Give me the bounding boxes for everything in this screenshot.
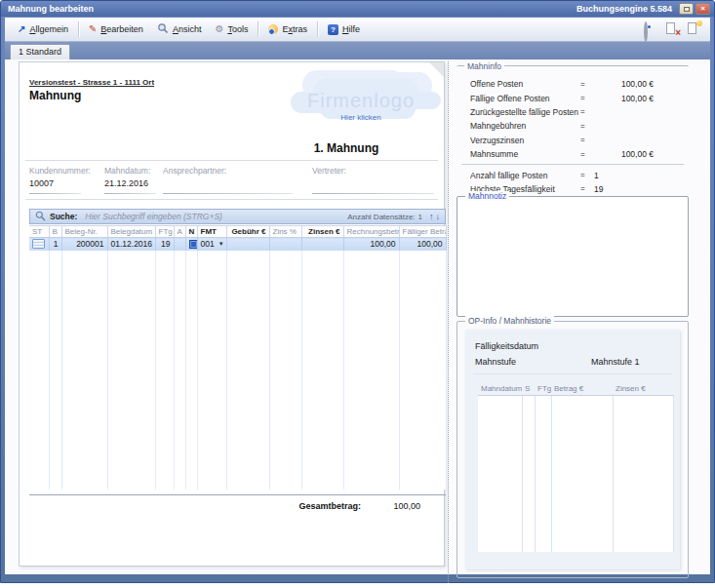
menu-bearbeiten[interactable]: ✎ Bearbeiten bbox=[82, 20, 150, 39]
ansprechpartner-label: Ansprechpartner: bbox=[163, 166, 226, 176]
field-underline bbox=[312, 193, 434, 194]
n-checkbox[interactable] bbox=[189, 240, 198, 249]
record-detail-icon[interactable] bbox=[32, 239, 45, 249]
content-area: Versionstest - Strasse 1 - 1111 Ort Mahn… bbox=[5, 59, 710, 574]
kundennummer-value[interactable]: 10007 bbox=[29, 178, 54, 188]
col-belegdatum[interactable]: Belegdatum bbox=[107, 226, 155, 238]
menu-separator bbox=[317, 21, 318, 37]
delete-record-icon[interactable]: × bbox=[665, 22, 679, 36]
chevron-down-icon[interactable]: ▼ bbox=[218, 241, 224, 247]
app-version-label: Buchungsengine 5.584 bbox=[576, 4, 672, 14]
col-gebuehr[interactable]: Gebühr € bbox=[226, 226, 269, 238]
col-rechnungsbetrag[interactable]: Rechnungsbetrag € bbox=[343, 226, 399, 238]
col-ftg2[interactable]: FTg bbox=[535, 382, 551, 396]
fmt-cell[interactable]: 001▼ bbox=[197, 238, 226, 251]
verzugszinsen-label: Verzugszinsen bbox=[470, 136, 580, 145]
customer-address-link[interactable]: Versionstest - Strasse 1 - 1111 Ort bbox=[29, 78, 154, 87]
menu-separator bbox=[258, 21, 258, 37]
equals-sign: = bbox=[580, 94, 592, 102]
equals-sign: = bbox=[580, 150, 592, 159]
mahninfo-groupbox: Mahninfo Offene Posten = 100,00 € Fällig… bbox=[457, 65, 689, 193]
restore-icon bbox=[684, 7, 690, 12]
col-betrag[interactable]: Betrag € bbox=[551, 382, 613, 396]
search-label: Suche: bbox=[50, 212, 77, 221]
logo-click-hint[interactable]: Hier klicken bbox=[278, 113, 444, 122]
col-b[interactable]: B bbox=[49, 226, 61, 238]
menu-ansicht[interactable]: Ansicht bbox=[150, 20, 209, 39]
opinfo-groupbox: OP-Info / Mahnhistorie Fälligkeitsdatum … bbox=[457, 321, 689, 578]
col-zinsen2[interactable]: Zinsen € bbox=[613, 382, 673, 396]
mahninfo-title: Mahninfo bbox=[464, 61, 504, 71]
menu-hilfe[interactable]: ? Hilfe bbox=[321, 20, 367, 39]
tab-standard[interactable]: 1 Standard bbox=[10, 44, 70, 59]
mahninfo-stat-row: Anzahl fällige Posten = 1 bbox=[457, 168, 689, 181]
history-icon[interactable] bbox=[644, 22, 657, 36]
arrow-down-icon[interactable]: ↓ bbox=[436, 212, 441, 221]
menu-extras[interactable]: Extras bbox=[261, 20, 314, 39]
opinfo-panel: Fälligkeitsdatum Mahnstufe Mahnstufe 1 M… bbox=[465, 330, 680, 569]
menu-bearbeiten-label: Bearbeiten bbox=[100, 24, 143, 34]
table-empty-area bbox=[29, 251, 446, 490]
table-row[interactable]: 1 200001 01.12.2016 19 001▼ 100,00 100,0… bbox=[29, 238, 446, 251]
open-items-table: ST B Beleg-Nr. Belegdatum FTg A N FMT Ge… bbox=[29, 225, 446, 490]
col-a[interactable]: A bbox=[174, 226, 185, 238]
menu-allgemein[interactable]: ↗ Allgemein bbox=[11, 20, 75, 39]
mahnstufe-value: Mahnstufe 1 bbox=[591, 357, 640, 367]
hoechste-tagesfaelligkeit-value: 19 bbox=[592, 184, 675, 194]
col-s[interactable]: S bbox=[522, 382, 535, 396]
mahndatum-label: Mahndatum: bbox=[104, 166, 150, 176]
search-input[interactable]: Hier Suchbegriff eingeben (STRG+S) bbox=[85, 212, 347, 221]
mahnsumme-label: Mahnsumme bbox=[470, 149, 580, 159]
mahndatum-value[interactable]: 21.12.2016 bbox=[104, 178, 148, 188]
col-st[interactable]: ST bbox=[29, 226, 49, 238]
logo-placeholder-text[interactable]: Firmenlogo bbox=[278, 90, 444, 112]
ftg-cell: 19 bbox=[155, 238, 174, 251]
zinsen-cell bbox=[301, 238, 343, 251]
zurueckgestellte-posten-label: Zurückgestellte fällige Posten bbox=[470, 107, 580, 117]
n-cell[interactable] bbox=[185, 238, 197, 251]
mahninfo-row: Fällige Offene Posten = 100,00 € bbox=[457, 91, 689, 104]
mahninfo-separator bbox=[461, 164, 684, 165]
kundennummer-label: Kundennummer: bbox=[29, 166, 91, 176]
menu-allgemein-label: Allgemein bbox=[29, 24, 68, 34]
equals-sign: = bbox=[580, 107, 592, 116]
col-ftg[interactable]: FTg bbox=[155, 226, 174, 238]
restore-button[interactable] bbox=[679, 3, 694, 15]
mahnnotiz-textarea[interactable] bbox=[459, 201, 686, 314]
mahninfo-row: Mahnsumme = 100,00 € bbox=[457, 147, 689, 161]
close-button[interactable]: × bbox=[695, 3, 710, 15]
col-beleg-nr[interactable]: Beleg-Nr. bbox=[61, 226, 107, 238]
splitter[interactable] bbox=[448, 61, 449, 583]
new-record-icon[interactable] bbox=[687, 22, 700, 36]
window-title: Mahnung bearbeiten bbox=[8, 4, 576, 14]
col-zins-pct[interactable]: Zins % bbox=[269, 226, 301, 238]
col-faelliger-betrag[interactable]: Fälliger Betrag € bbox=[399, 226, 446, 238]
equals-sign: = bbox=[580, 136, 592, 144]
opinfo-separator bbox=[473, 373, 672, 374]
anzahl-faellige-posten-label: Anzahl fällige Posten bbox=[470, 171, 580, 180]
menu-ansicht-label: Ansicht bbox=[173, 24, 202, 34]
page-corner-icon bbox=[429, 62, 444, 77]
mahnnotiz-title: Mahnnotiz bbox=[465, 191, 509, 201]
menu-tools[interactable]: ⚙ Tools bbox=[208, 20, 255, 39]
faelliger-betrag-cell: 100,00 bbox=[399, 238, 446, 251]
table-header-row: ST B Beleg-Nr. Belegdatum FTg A N FMT Ge… bbox=[29, 226, 446, 238]
record-count-value: 1 bbox=[418, 213, 422, 221]
col-n[interactable]: N bbox=[185, 226, 197, 238]
mahninfo-row: Mahngebühren = bbox=[457, 119, 689, 133]
magnifier-document-icon bbox=[157, 22, 169, 36]
equals-sign: = bbox=[580, 184, 592, 193]
toolbar-right: × bbox=[644, 22, 704, 36]
mahninfo-row: Verzugszinsen = bbox=[457, 134, 689, 147]
col-fmt[interactable]: FMT bbox=[197, 226, 226, 238]
separator bbox=[25, 160, 438, 161]
st-cell[interactable] bbox=[29, 238, 49, 251]
col-mahndatum[interactable]: Mahndatum bbox=[478, 382, 522, 396]
mahnhistorie-empty-area bbox=[478, 396, 673, 552]
faellige-offene-posten-label: Fällige Offene Posten bbox=[470, 94, 580, 103]
search-bar[interactable]: Suche: Hier Suchbegriff eingeben (STRG+S… bbox=[29, 209, 446, 224]
search-icon bbox=[35, 208, 46, 225]
col-zinsen[interactable]: Zinsen € bbox=[301, 226, 343, 238]
field-underline bbox=[29, 193, 81, 194]
arrow-up-icon[interactable]: ↑ bbox=[429, 212, 434, 221]
